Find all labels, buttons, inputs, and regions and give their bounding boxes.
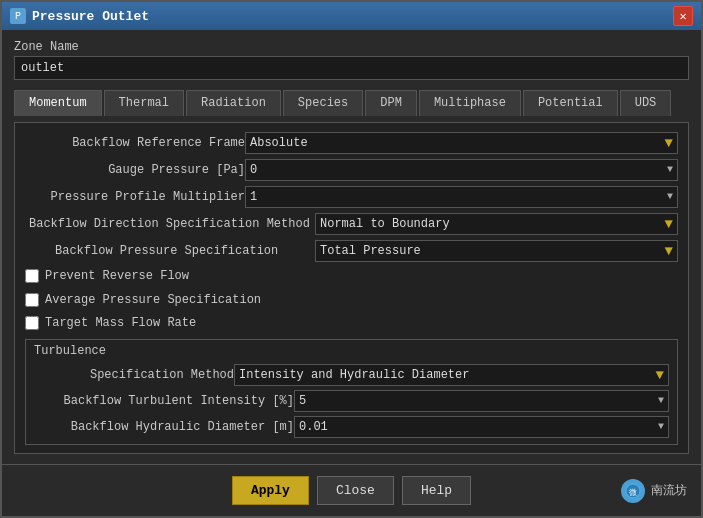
zone-name-input[interactable] <box>14 56 689 80</box>
window-close-button[interactable]: ✕ <box>673 6 693 26</box>
tab-momentum[interactable]: Momentum <box>14 90 102 116</box>
tab-potential[interactable]: Potential <box>523 90 618 116</box>
prevent-reverse-flow-label: Prevent Reverse Flow <box>45 269 189 283</box>
average-pressure-label: Average Pressure Specification <box>45 293 261 307</box>
gauge-pressure-row: Gauge Pressure [Pa] 0 ▼ <box>25 158 678 181</box>
backflow-pressure-value: Total Pressure <box>320 244 421 258</box>
gauge-pressure-arrow: ▼ <box>667 164 673 175</box>
target-mass-flow-row: Target Mass Flow Rate <box>25 313 678 333</box>
pressure-profile-dropdown[interactable]: 1 ▼ <box>245 186 678 208</box>
brand-area: 微 南流坊 <box>471 479 687 503</box>
close-button[interactable]: Close <box>317 476 394 505</box>
form-area: Backflow Reference Frame Absolute ▼ Gaug… <box>14 122 689 454</box>
backflow-pressure-arrow: ▼ <box>665 243 673 259</box>
average-pressure-row: Average Pressure Specification <box>25 290 678 310</box>
backflow-ref-frame-arrow: ▼ <box>665 135 673 151</box>
backflow-direction-label: Backflow Direction Specification Method <box>25 217 315 231</box>
tab-species[interactable]: Species <box>283 90 363 116</box>
average-pressure-checkbox[interactable] <box>25 293 39 307</box>
spec-method-label: Specification Method <box>34 368 234 382</box>
backflow-direction-value: Normal to Boundary <box>320 217 450 231</box>
turbulent-intensity-row: Backflow Turbulent Intensity [%] 5 ▼ <box>34 388 669 414</box>
tab-uds[interactable]: UDS <box>620 90 672 116</box>
help-button[interactable]: Help <box>402 476 471 505</box>
turbulent-intensity-value: 5 <box>299 394 306 408</box>
pressure-profile-row: Pressure Profile Multiplier 1 ▼ <box>25 185 678 208</box>
target-mass-flow-label: Target Mass Flow Rate <box>45 316 196 330</box>
window-content: Zone Name Momentum Thermal Radiation Spe… <box>2 30 701 464</box>
tab-radiation[interactable]: Radiation <box>186 90 281 116</box>
prevent-reverse-flow-checkbox[interactable] <box>25 269 39 283</box>
zone-name-section: Zone Name <box>14 40 689 80</box>
turbulent-intensity-arrow: ▼ <box>658 395 664 406</box>
pressure-profile-arrow: ▼ <box>667 191 673 202</box>
turbulent-intensity-dropdown[interactable]: 5 ▼ <box>294 390 669 412</box>
prevent-reverse-flow-row: Prevent Reverse Flow <box>25 266 678 286</box>
zone-name-label: Zone Name <box>14 40 689 54</box>
tab-thermal[interactable]: Thermal <box>104 90 184 116</box>
backflow-direction-row: Backflow Direction Specification Method … <box>25 212 678 235</box>
tab-multiphase[interactable]: Multiphase <box>419 90 521 116</box>
turbulent-intensity-label: Backflow Turbulent Intensity [%] <box>34 394 294 408</box>
backflow-ref-frame-dropdown[interactable]: Absolute ▼ <box>245 132 678 154</box>
footer: Apply Close Help 微 南流坊 <box>2 464 701 516</box>
brand-text: 南流坊 <box>651 482 687 499</box>
hydraulic-diameter-label: Backflow Hydraulic Diameter [m] <box>34 420 294 434</box>
tabs-row: Momentum Thermal Radiation Species DPM M… <box>14 90 689 116</box>
backflow-pressure-row: Backflow Pressure Specification Total Pr… <box>25 239 678 262</box>
backflow-pressure-dropdown[interactable]: Total Pressure ▼ <box>315 240 678 262</box>
gauge-pressure-value: 0 <box>250 163 257 177</box>
title-bar: P Pressure Outlet ✕ <box>2 2 701 30</box>
spec-method-arrow: ▼ <box>656 367 664 383</box>
backflow-ref-frame-value: Absolute <box>250 136 308 150</box>
pressure-profile-label: Pressure Profile Multiplier <box>25 190 245 204</box>
hydraulic-diameter-value: 0.01 <box>299 420 328 434</box>
backflow-direction-dropdown[interactable]: Normal to Boundary ▼ <box>315 213 678 235</box>
spec-method-row: Specification Method Intensity and Hydra… <box>34 362 669 388</box>
turbulence-group: Turbulence Specification Method Intensit… <box>25 339 678 445</box>
hydraulic-diameter-arrow: ▼ <box>658 421 664 432</box>
backflow-direction-arrow: ▼ <box>665 216 673 232</box>
gauge-pressure-label: Gauge Pressure [Pa] <box>25 163 245 177</box>
footer-buttons: Apply Close Help <box>232 476 471 505</box>
spec-method-value: Intensity and Hydraulic Diameter <box>239 368 469 382</box>
target-mass-flow-checkbox[interactable] <box>25 316 39 330</box>
apply-button[interactable]: Apply <box>232 476 309 505</box>
tab-dpm[interactable]: DPM <box>365 90 417 116</box>
backflow-ref-frame-label: Backflow Reference Frame <box>25 136 245 150</box>
window-icon: P <box>10 8 26 24</box>
backflow-pressure-label: Backflow Pressure Specification <box>25 244 315 258</box>
pressure-outlet-window: P Pressure Outlet ✕ Zone Name Momentum T… <box>0 0 703 518</box>
pressure-profile-value: 1 <box>250 190 257 204</box>
brand-icon: 微 <box>621 479 645 503</box>
gauge-pressure-dropdown[interactable]: 0 ▼ <box>245 159 678 181</box>
spec-method-dropdown[interactable]: Intensity and Hydraulic Diameter ▼ <box>234 364 669 386</box>
hydraulic-diameter-dropdown[interactable]: 0.01 ▼ <box>294 416 669 438</box>
hydraulic-diameter-row: Backflow Hydraulic Diameter [m] 0.01 ▼ <box>34 414 669 440</box>
turbulence-title: Turbulence <box>34 344 669 358</box>
window-title: Pressure Outlet <box>32 9 149 24</box>
svg-text:微: 微 <box>629 488 637 497</box>
backflow-ref-frame-row: Backflow Reference Frame Absolute ▼ <box>25 131 678 154</box>
